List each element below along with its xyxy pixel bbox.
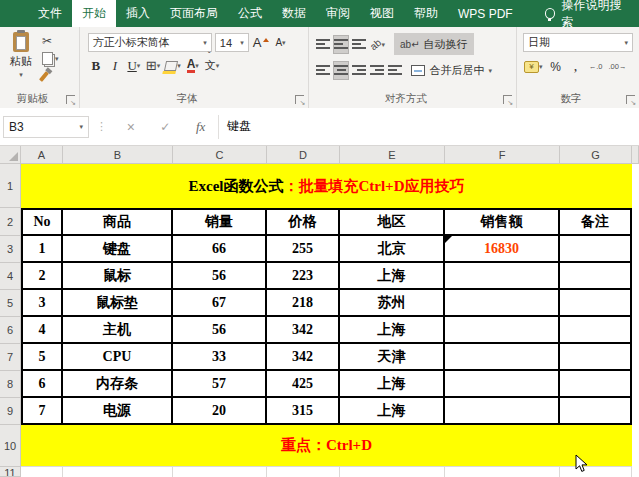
cell-A4[interactable]: 2 — [21, 263, 63, 290]
row-header-9[interactable]: 9 — [0, 398, 21, 425]
cell-C9[interactable]: 20 — [173, 398, 267, 425]
cell-G9[interactable] — [560, 398, 632, 425]
cell-B4[interactable]: 鼠标 — [63, 263, 173, 290]
tab-insert[interactable]: 插入 — [116, 0, 160, 27]
cell-F5[interactable] — [445, 290, 560, 317]
cell-A7[interactable]: 5 — [21, 344, 63, 371]
row-header-4[interactable]: 4 — [0, 263, 21, 290]
cell-C5[interactable]: 67 — [173, 290, 267, 317]
increase-indent-button[interactable] — [387, 61, 403, 80]
font-color-button[interactable]: A▾ — [185, 56, 201, 75]
cell-D11[interactable] — [267, 467, 340, 477]
font-size-combobox[interactable]: 14 ▾ — [215, 33, 249, 52]
comma-style-button[interactable]: , — [568, 57, 584, 76]
cell-G8[interactable] — [560, 371, 632, 398]
column-header-G[interactable]: G — [560, 146, 632, 164]
row-header-8[interactable]: 8 — [0, 371, 21, 398]
font-dialog-launcher-icon[interactable] — [295, 95, 304, 104]
cell-B3[interactable]: 键盘 — [63, 236, 173, 263]
cell-E2[interactable]: 地区 — [340, 208, 445, 236]
cell-B8[interactable]: 内存条 — [63, 371, 173, 398]
cell-D2[interactable]: 价格 — [267, 208, 340, 236]
cell-D9[interactable]: 315 — [267, 398, 340, 425]
column-header-C[interactable]: C — [173, 146, 267, 164]
column-header-E[interactable]: E — [340, 146, 445, 164]
tell-me-search[interactable]: 操作说明搜索 — [537, 0, 639, 27]
cell-E6[interactable]: 上海 — [340, 317, 445, 344]
merge-center-button[interactable]: 合并后居中 ▾ — [405, 59, 498, 81]
tab-formulas[interactable]: 公式 — [228, 0, 272, 27]
cell-A3[interactable]: 1 — [21, 236, 63, 263]
cell-E9[interactable]: 上海 — [340, 398, 445, 425]
cell-D6[interactable]: 342 — [267, 317, 340, 344]
cell-G4[interactable] — [560, 263, 632, 290]
row-header-11[interactable]: 11 — [0, 467, 21, 477]
cell-B6[interactable]: 主机 — [63, 317, 173, 344]
resize-handle-icon[interactable]: ⋮ — [96, 120, 107, 133]
cell-D5[interactable]: 218 — [267, 290, 340, 317]
tab-file[interactable]: 文件 — [28, 0, 72, 27]
decrease-indent-button[interactable] — [369, 61, 385, 80]
cell-A5[interactable]: 3 — [21, 290, 63, 317]
insert-function-icon[interactable]: fx — [196, 119, 205, 135]
cell-G11[interactable] — [560, 467, 632, 477]
cell-G6[interactable] — [560, 317, 632, 344]
row-header-5[interactable]: 5 — [0, 290, 21, 317]
select-all-corner[interactable] — [0, 146, 21, 164]
cell-B5[interactable]: 鼠标垫 — [63, 290, 173, 317]
cell-A1-merged-title[interactable]: Excel函数公式：批量填充Ctrl+D应用技巧 — [21, 164, 632, 208]
cell-F3[interactable]: 16830 — [445, 236, 560, 263]
column-header-A[interactable]: A — [21, 146, 63, 164]
cell-E7[interactable]: 天津 — [340, 344, 445, 371]
align-center-button[interactable] — [333, 61, 349, 80]
bold-button[interactable]: B — [88, 56, 104, 75]
cell-G5[interactable] — [560, 290, 632, 317]
phonetic-guide-button[interactable]: 文▾ — [204, 56, 221, 75]
cell-F6[interactable] — [445, 317, 560, 344]
clipboard-dialog-launcher-icon[interactable] — [66, 95, 75, 104]
number-format-combobox[interactable]: 日期 ▾ — [523, 33, 633, 52]
cell-E11[interactable] — [340, 467, 445, 477]
cell-B9[interactable]: 电源 — [63, 398, 173, 425]
wrap-text-button[interactable]: ab↵ 自动换行 — [394, 33, 474, 55]
cell-A11[interactable] — [21, 467, 63, 477]
cell-E4[interactable]: 上海 — [340, 263, 445, 290]
cell-F8[interactable] — [445, 371, 560, 398]
align-bottom-button[interactable] — [351, 35, 367, 54]
tab-data[interactable]: 数据 — [272, 0, 316, 27]
cell-F7[interactable] — [445, 344, 560, 371]
cell-D3[interactable]: 255 — [267, 236, 340, 263]
alignment-dialog-launcher-icon[interactable] — [503, 95, 512, 104]
column-header-B[interactable]: B — [63, 146, 173, 164]
cell-C7[interactable]: 33 — [173, 344, 267, 371]
cell-A10-merged-footer[interactable]: 重点：Ctrl+D — [21, 425, 632, 467]
cell-A8[interactable]: 6 — [21, 371, 63, 398]
row-header-2[interactable]: 2 — [0, 208, 21, 236]
cell-C11[interactable] — [173, 467, 267, 477]
row-header-6[interactable]: 6 — [0, 317, 21, 344]
cell-F2[interactable]: 销售额 — [445, 208, 560, 236]
name-box[interactable]: B3 ▾ — [3, 116, 89, 138]
cell-A2[interactable]: No — [21, 208, 63, 236]
row-header-7[interactable]: 7 — [0, 344, 21, 371]
cell-C3[interactable]: 66 — [173, 236, 267, 263]
cell-A6[interactable]: 4 — [21, 317, 63, 344]
cell-F11[interactable] — [445, 467, 560, 477]
row-header-10[interactable]: 10 — [0, 425, 21, 467]
tab-view[interactable]: 视图 — [360, 0, 404, 27]
tab-wps-pdf[interactable]: WPS PDF — [448, 0, 523, 27]
cell-E8[interactable]: 上海 — [340, 371, 445, 398]
tab-review[interactable]: 审阅 — [316, 0, 360, 27]
tab-page-layout[interactable]: 页面布局 — [160, 0, 228, 27]
cell-C4[interactable]: 56 — [173, 263, 267, 290]
percent-style-button[interactable]: % — [548, 57, 564, 76]
cancel-icon[interactable]: × — [127, 119, 135, 135]
orientation-button[interactable]: ab▾ — [369, 35, 386, 54]
cell-C2[interactable]: 销量 — [173, 208, 267, 236]
cell-F4[interactable] — [445, 263, 560, 290]
cell-D4[interactable]: 223 — [267, 263, 340, 290]
format-painter-button[interactable] — [42, 69, 46, 84]
tab-help[interactable]: 帮助 — [404, 0, 448, 27]
column-header-D[interactable]: D — [267, 146, 340, 164]
increase-font-size-button[interactable]: A — [252, 33, 270, 52]
